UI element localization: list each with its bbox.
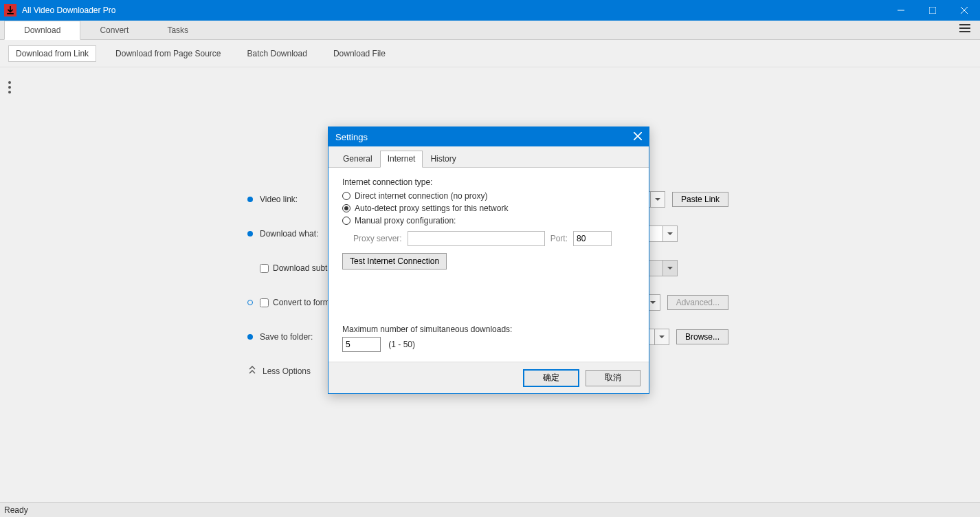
chevron-up-icon xyxy=(249,366,256,376)
main-tab-strip: Download Convert Tasks xyxy=(0,21,980,40)
subtab-from-source[interactable]: Download from Page Source xyxy=(109,46,227,61)
radio-manual[interactable]: Manual proxy configuration: xyxy=(342,216,635,226)
proxy-server-label: Proxy server: xyxy=(353,234,402,243)
radio-direct-label: Direct internet connection (no proxy) xyxy=(355,191,487,201)
dialog-title: Settings xyxy=(335,132,368,142)
radio-icon xyxy=(342,192,350,200)
subtitles-dropdown[interactable] xyxy=(662,260,678,276)
app-title: All Video Downloader Pro xyxy=(22,6,116,15)
paste-link-button[interactable]: Paste Link xyxy=(672,192,728,207)
radio-auto-label: Auto-detect proxy settings for this netw… xyxy=(355,204,508,213)
radio-icon xyxy=(342,217,350,225)
status-bar: Ready xyxy=(0,502,980,517)
convert-format-label: Convert to format xyxy=(273,298,337,307)
status-text: Ready xyxy=(4,505,28,515)
max-downloads-label: Maximum number of simultaneous downloads… xyxy=(342,324,635,334)
ok-button[interactable]: 确定 xyxy=(524,370,579,386)
kebab-menu-icon[interactable] xyxy=(8,81,11,94)
radio-manual-label: Manual proxy configuration: xyxy=(355,216,456,226)
settings-tab-strip: General Internet History xyxy=(328,146,649,168)
settings-body: Internet connection type: Direct interne… xyxy=(328,168,649,362)
close-button[interactable] xyxy=(948,0,980,21)
download-what-dropdown[interactable] xyxy=(662,226,678,242)
bullet-hollow-icon xyxy=(247,300,253,305)
settings-tab-general[interactable]: General xyxy=(335,151,380,167)
dialog-close-button[interactable] xyxy=(634,132,642,142)
settings-tab-internet[interactable]: Internet xyxy=(380,151,423,168)
test-connection-button[interactable]: Test Internet Connection xyxy=(342,253,447,270)
tab-convert[interactable]: Convert xyxy=(80,21,148,39)
download-subtitles-checkbox[interactable] xyxy=(260,264,269,273)
sub-tab-strip: Download from Link Download from Page So… xyxy=(0,40,980,67)
save-folder-dropdown[interactable] xyxy=(654,329,669,345)
dialog-footer: 确定 取消 xyxy=(328,362,649,393)
proxy-server-input[interactable] xyxy=(408,231,545,246)
subtab-file[interactable]: Download File xyxy=(326,46,392,61)
dialog-titlebar[interactable]: Settings xyxy=(328,127,649,146)
radio-icon-selected xyxy=(342,204,350,212)
connection-type-label: Internet connection type: xyxy=(342,177,635,187)
radio-direct[interactable]: Direct internet connection (no proxy) xyxy=(342,191,635,201)
max-downloads-input[interactable] xyxy=(342,337,381,352)
tab-tasks[interactable]: Tasks xyxy=(148,21,208,39)
subtab-from-link[interactable]: Download from Link xyxy=(8,45,96,62)
svg-rect-1 xyxy=(929,7,936,14)
app-icon xyxy=(4,4,16,16)
settings-dialog: Settings General Internet History Intern… xyxy=(328,126,649,394)
maximize-button[interactable] xyxy=(917,0,948,21)
cancel-button[interactable]: 取消 xyxy=(586,370,641,386)
convert-format-checkbox[interactable] xyxy=(260,298,269,307)
bullet-icon xyxy=(247,334,253,340)
browse-button[interactable]: Browse... xyxy=(676,329,728,344)
bullet-icon xyxy=(247,231,253,236)
hamburger-menu-icon[interactable] xyxy=(955,20,975,39)
port-label: Port: xyxy=(550,234,568,243)
minimize-button[interactable] xyxy=(885,0,917,21)
radio-auto[interactable]: Auto-detect proxy settings for this netw… xyxy=(342,204,635,213)
subtab-batch[interactable]: Batch Download xyxy=(240,46,313,61)
tab-download[interactable]: Download xyxy=(4,21,80,40)
port-input[interactable] xyxy=(573,231,612,246)
titlebar: All Video Downloader Pro xyxy=(0,0,980,21)
max-downloads-range: (1 - 50) xyxy=(388,340,415,349)
bullet-icon xyxy=(247,197,253,202)
video-link-dropdown[interactable] xyxy=(650,191,665,208)
less-options-label: Less Options xyxy=(263,366,311,376)
advanced-button[interactable]: Advanced... xyxy=(667,295,728,310)
settings-tab-history[interactable]: History xyxy=(423,151,463,167)
